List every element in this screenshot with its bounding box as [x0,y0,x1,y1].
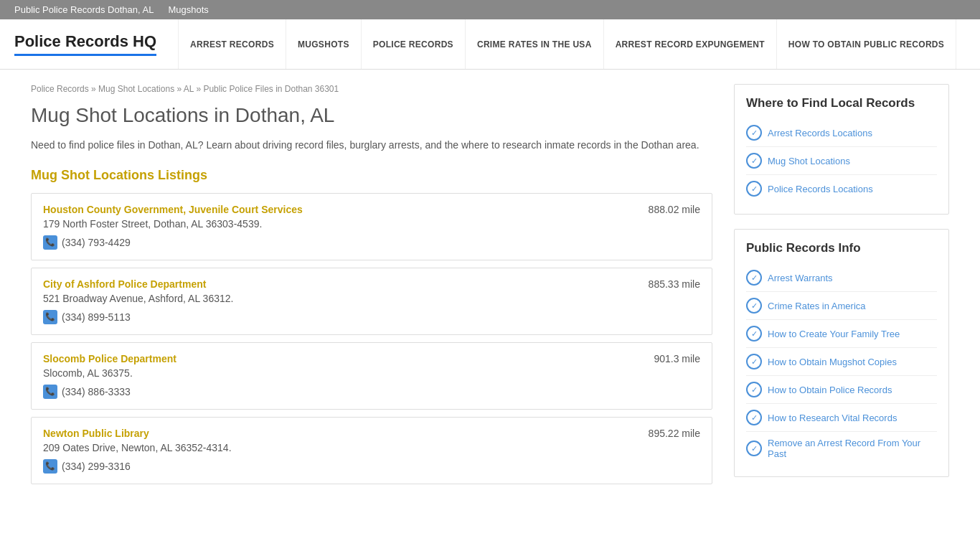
main-content: Police Records » Mug Shot Locations » AL… [31,84,712,491]
breadcrumb: Police Records » Mug Shot Locations » AL… [31,84,712,94]
sidebar-public-records: Public Records Info ✓Arrest Warrants✓Cri… [734,229,949,477]
main-nav: ARREST RECORDS MUGSHOTS POLICE RECORDS C… [178,19,966,69]
check-icon: ✓ [746,326,762,342]
page-title: Mug Shot Locations in Dothan, AL [31,104,712,127]
location-distance: 901.3 mile [654,353,700,364]
location-phone: 📞 (334) 886-3333 [43,385,700,399]
topbar-link-police-records[interactable]: Public Police Records Dothan, AL [14,4,154,15]
location-phone: 📞 (334) 899-5113 [43,310,700,324]
nav-obtain-records[interactable]: HOW TO OBTAIN PUBLIC RECORDS [777,19,956,69]
location-name: City of Ashford Police Department [43,278,206,290]
check-icon: ✓ [746,125,762,141]
phone-number[interactable]: (334) 899-5113 [62,311,131,323]
sidebar: Where to Find Local Records ✓Arrest Reco… [734,84,949,491]
check-icon: ✓ [746,270,762,286]
phone-icon: 📞 [43,235,57,250]
nav-crime-rates[interactable]: CRIME RATES IN THE USA [466,19,604,69]
main-wrapper: Police Records » Mug Shot Locations » AL… [17,70,963,506]
location-distance: 885.33 mile [649,278,700,290]
phone-number[interactable]: (334) 299-3316 [62,461,131,472]
phone-icon: 📞 [43,385,57,399]
location-name: Newton Public Library [43,428,149,439]
sidebar-public-link[interactable]: ✓How to Research Vital Records [746,404,937,432]
check-icon: ✓ [746,441,762,456]
top-bar: Public Police Records Dothan, AL Mugshot… [0,0,980,19]
logo-area: Police Records HQ [14,19,178,69]
location-card: City of Ashford Police Department 885.33… [31,268,712,335]
sidebar-public-link[interactable]: ✓Remove an Arrest Record From Your Past [746,432,937,465]
location-name: Houston County Government, Juvenile Cour… [43,204,303,215]
check-icon: ✓ [746,410,762,425]
location-card: Slocomb Police Department 901.3 mile Slo… [31,342,712,410]
check-icon: ✓ [746,153,762,169]
sidebar-where-links: ✓Arrest Records Locations✓Mug Shot Locat… [746,119,937,202]
topbar-link-mugshots[interactable]: Mugshots [168,4,208,15]
sidebar-where-to-find: Where to Find Local Records ✓Arrest Reco… [734,84,949,215]
phone-icon: 📞 [43,310,57,324]
sidebar-public-links: ✓Arrest Warrants✓Crime Rates in America✓… [746,264,937,465]
breadcrumb-public-police-files[interactable]: Public Police Files in Dothan 36301 [203,84,339,94]
check-icon: ✓ [746,354,762,369]
breadcrumb-mug-shot-locations[interactable]: Mug Shot Locations [98,84,174,94]
phone-number[interactable]: (334) 793-4429 [62,237,131,248]
breadcrumb-al[interactable]: AL [184,84,194,94]
nav-mugshots[interactable]: MUGSHOTS [286,19,362,69]
location-address: Slocomb, AL 36375. [43,367,700,379]
location-address: 209 Oates Drive, Newton, AL 36352-4314. [43,442,700,453]
sidebar-public-link[interactable]: ✓Crime Rates in America [746,292,937,320]
nav-arrest-records[interactable]: ARREST RECORDS [178,19,286,69]
section-heading: Mug Shot Locations Listings [31,168,712,183]
sidebar-where-link[interactable]: ✓Mug Shot Locations [746,147,937,175]
sidebar-where-link[interactable]: ✓Police Records Locations [746,175,937,202]
location-address: 521 Broadway Avenue, Ashford, AL 36312. [43,293,700,304]
sidebar-where-title: Where to Find Local Records [746,96,937,110]
location-distance: 888.02 mile [649,204,700,215]
sidebar-public-link[interactable]: ✓How to Obtain Police Records [746,376,937,404]
check-icon: ✓ [746,298,762,314]
header: Police Records HQ ARREST RECORDS MUGSHOT… [0,19,980,70]
logo[interactable]: Police Records HQ [14,32,156,56]
nav-expungement[interactable]: ARREST RECORD EXPUNGEMENT [604,19,777,69]
location-list: Houston County Government, Juvenile Cour… [31,193,712,484]
nav-police-records[interactable]: POLICE RECORDS [362,19,466,69]
breadcrumb-police-records[interactable]: Police Records [31,84,89,94]
check-icon: ✓ [746,382,762,397]
location-phone: 📞 (334) 793-4429 [43,235,700,250]
check-icon: ✓ [746,181,762,197]
sidebar-public-link[interactable]: ✓How to Obtain Mugshot Copies [746,348,937,376]
location-address: 179 North Foster Street, Dothan, AL 3630… [43,218,700,230]
sidebar-where-link[interactable]: ✓Arrest Records Locations [746,119,937,147]
location-distance: 895.22 mile [649,428,700,439]
location-name: Slocomb Police Department [43,353,176,364]
sidebar-public-title: Public Records Info [746,241,937,255]
sidebar-public-link[interactable]: ✓Arrest Warrants [746,264,937,292]
intro-text: Need to find police files in Dothan, AL?… [31,137,712,153]
location-card: Newton Public Library 895.22 mile 209 Oa… [31,417,712,484]
phone-number[interactable]: (334) 886-3333 [62,386,131,397]
phone-icon: 📞 [43,459,57,474]
location-phone: 📞 (334) 299-3316 [43,459,700,474]
location-card: Houston County Government, Juvenile Cour… [31,193,712,260]
sidebar-public-link[interactable]: ✓How to Create Your Family Tree [746,320,937,348]
